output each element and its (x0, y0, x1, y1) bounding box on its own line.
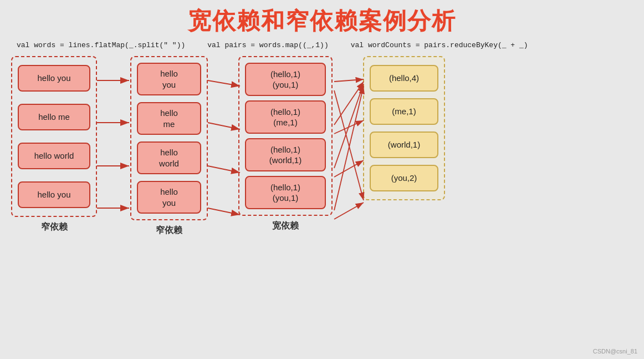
svg-line-9 (334, 79, 364, 82)
column-1: hello you hello me hello world hello you… (11, 56, 97, 233)
svg-line-15 (334, 86, 364, 210)
col2-border: helloyou hellome helloworld helloyou (130, 56, 208, 220)
col3-box-3: (hello,1)(world,1) (245, 138, 326, 171)
col4-box-1: (hello,4) (370, 65, 438, 92)
code-snippet-1: val words = lines.flatMap(_.split(" ")) (17, 41, 185, 49)
col4-border: (hello,4) (me,1) (world,1) (you,2) (363, 56, 445, 200)
col2-box-2: hellome (137, 102, 201, 135)
col3-border: (hello,1)(you,1) (hello,1)(me,1) (hello,… (238, 56, 333, 216)
col1-label: 窄依赖 (41, 221, 68, 233)
col3-label: 宽依赖 (272, 220, 299, 232)
svg-line-14 (334, 160, 364, 177)
col4-box-3: (world,1) (370, 132, 438, 158)
col1-box-4: hello you (18, 181, 90, 208)
page-title: 宽依赖和窄依赖案例分析 (11, 6, 633, 37)
watermark: CSDN@csni_81 (593, 348, 637, 355)
svg-line-8 (208, 208, 240, 215)
col1-border: hello you hello me hello world hello you (11, 56, 97, 217)
col2-box-1: helloyou (137, 63, 201, 95)
main-container: 宽依赖和窄依赖案例分析 val words = lines.flatMap(_.… (0, 0, 644, 359)
column-2: helloyou hellome helloworld helloyou 窄依赖 (130, 56, 208, 236)
column-3: (hello,1)(you,1) (hello,1)(me,1) (hello,… (238, 56, 333, 232)
svg-line-16 (334, 203, 364, 219)
column-4: (hello,4) (me,1) (world,1) (you,2) (363, 56, 445, 200)
code-snippet-2: val pairs = words.map((_,1)) (207, 41, 328, 49)
svg-line-5 (208, 80, 240, 86)
code-snippet-3: val wordCounts = pairs.reduceByKey(_ + _… (351, 41, 528, 49)
code-line: val words = lines.flatMap(_.split(" ")) … (11, 41, 633, 49)
col3-box-4: (hello,1)(you,1) (245, 176, 326, 209)
col1-box-2: hello me (18, 104, 90, 130)
svg-line-10 (334, 90, 364, 200)
svg-line-13 (334, 84, 364, 168)
col1-box-3: hello world (18, 143, 90, 169)
col1-box-1: hello you (18, 65, 90, 92)
cols-wrapper: hello you hello me hello world hello you… (11, 56, 633, 236)
col2-box-3: helloworld (137, 141, 201, 174)
svg-line-6 (208, 123, 240, 129)
col4-box-2: (me,1) (370, 98, 438, 125)
col2-label: 窄依赖 (156, 225, 182, 236)
col4-box-4: (you,2) (370, 165, 438, 191)
svg-line-7 (208, 166, 240, 173)
svg-line-11 (334, 82, 364, 125)
col3-box-2: (hello,1)(me,1) (245, 100, 326, 134)
svg-line-12 (334, 120, 364, 134)
col3-box-1: (hello,1)(you,1) (245, 63, 326, 96)
col2-box-4: helloyou (137, 181, 201, 214)
diagram-area: hello you hello me hello world hello you… (11, 56, 633, 328)
